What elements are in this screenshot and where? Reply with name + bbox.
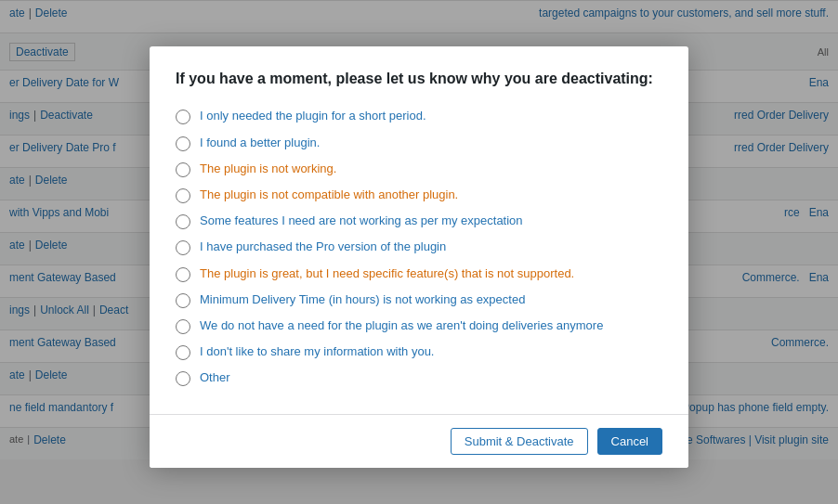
radio-input-8[interactable] [176, 293, 190, 308]
radio-input-1[interactable] [176, 110, 190, 124]
radio-input-10[interactable] [176, 345, 190, 360]
modal-body: If you have a moment, please let us know… [150, 46, 688, 414]
radio-input-9[interactable] [176, 319, 190, 334]
radio-label-5[interactable]: Some features I need are not working as … [200, 213, 523, 229]
radio-option-9[interactable]: We do not have a need for the plugin as … [176, 317, 662, 334]
radio-input-2[interactable] [176, 136, 190, 151]
radio-option-11[interactable]: Other [176, 369, 662, 386]
radio-option-3[interactable]: The plugin is not working. [176, 161, 662, 177]
radio-label-10[interactable]: I don't like to share my information wit… [200, 343, 434, 360]
radio-option-4[interactable]: The plugin is not compatible with anothe… [176, 187, 662, 203]
radio-option-6[interactable]: I have purchased the Pro version of the … [176, 239, 662, 255]
radio-option-5[interactable]: Some features I need are not working as … [176, 213, 662, 229]
cancel-button[interactable]: Cancel [597, 428, 662, 455]
radio-input-5[interactable] [176, 214, 190, 229]
radio-label-1[interactable]: I only needed the plugin for a short per… [200, 108, 426, 124]
radio-option-7[interactable]: The plugin is great, but I need specific… [176, 265, 662, 282]
modal-footer: Submit & Deactivate Cancel [150, 414, 688, 468]
modal-title: If you have a moment, please let us know… [176, 69, 662, 89]
radio-label-8[interactable]: Minimum Delivery Time (in hours) is not … [200, 291, 525, 308]
radio-label-7[interactable]: The plugin is great, but I need specific… [200, 265, 574, 282]
radio-label-4[interactable]: The plugin is not compatible with anothe… [200, 187, 458, 203]
modal-overlay: If you have a moment, please let us know… [0, 0, 838, 504]
radio-input-11[interactable] [176, 371, 190, 386]
radio-option-2[interactable]: I found a better plugin. [176, 135, 662, 151]
radio-label-11[interactable]: Other [200, 369, 230, 386]
radio-label-6[interactable]: I have purchased the Pro version of the … [200, 239, 446, 255]
radio-label-2[interactable]: I found a better plugin. [200, 135, 320, 151]
radio-option-1[interactable]: I only needed the plugin for a short per… [176, 108, 662, 124]
radio-option-10[interactable]: I don't like to share my information wit… [176, 343, 662, 360]
submit-deactivate-button[interactable]: Submit & Deactivate [451, 428, 588, 455]
radio-input-7[interactable] [176, 267, 190, 282]
deactivation-modal: If you have a moment, please let us know… [150, 46, 688, 468]
radio-input-6[interactable] [176, 240, 190, 255]
radio-label-3[interactable]: The plugin is not working. [200, 161, 336, 177]
radio-label-9[interactable]: We do not have a need for the plugin as … [200, 317, 603, 334]
radio-input-4[interactable] [176, 188, 190, 203]
radio-input-3[interactable] [176, 162, 190, 177]
radio-option-8[interactable]: Minimum Delivery Time (in hours) is not … [176, 291, 662, 308]
